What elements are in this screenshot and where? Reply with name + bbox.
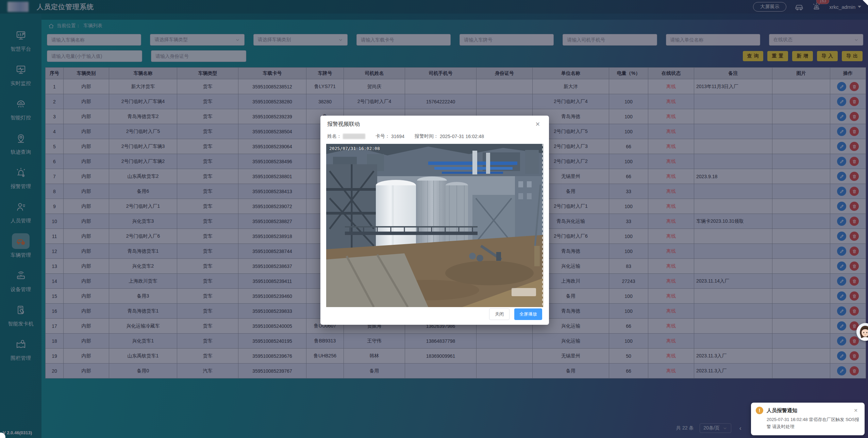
card-value: 31694 <box>391 134 404 139</box>
redacted-name <box>343 134 365 139</box>
name-label: 姓名： <box>327 133 341 139</box>
close-icon[interactable]: ✕ <box>852 407 860 414</box>
modal-info-row: 姓名： 卡号： 31694 报警时间： 2025-07-31 16:02:48 <box>320 133 549 139</box>
toast-title: 人员报警通知 <box>767 407 848 414</box>
alarm-card-number: 卡号： 31694 <box>375 133 404 139</box>
corner-decoration <box>863 0 868 5</box>
modal-header: 报警视频联动 ✕ <box>320 116 549 131</box>
modal-title: 报警视频联动 <box>327 121 360 128</box>
alarm-time: 报警时间： 2025-07-31 16:02:48 <box>415 133 484 139</box>
video-timestamp: 2025/07/31 16:02:08 <box>329 146 380 151</box>
alarm-person-name: 姓名： <box>327 133 365 139</box>
modal-footer: 关闭 全屏播放 <box>489 308 542 320</box>
time-label: 报警时间： <box>415 133 438 139</box>
cctv-still-image <box>326 144 543 307</box>
warning-icon: ! <box>756 407 763 414</box>
card-label: 卡号： <box>375 133 390 139</box>
cctv-video-frame[interactable]: 2025/07/31 16:02:08 <box>326 144 543 307</box>
modal-close-button[interactable]: 关闭 <box>489 308 510 320</box>
toast-header: ! 人员报警通知 ✕ <box>756 407 860 414</box>
fullscreen-play-button[interactable]: 全屏播放 <box>514 308 542 320</box>
toast-message: 2025-07-31 16:02:48 雷佰存在厂区触发 SOS报警 请及时处理 <box>767 416 860 431</box>
time-value: 2025-07-31 16:02:48 <box>440 134 484 139</box>
alarm-notification-toast: ! 人员报警通知 ✕ 2025-07-31 16:02:48 雷佰存在厂区触发 … <box>751 403 865 435</box>
alarm-video-modal: 报警视频联动 ✕ 姓名： 卡号： 31694 报警时间： 2025-07-31 … <box>320 116 549 325</box>
close-icon[interactable]: ✕ <box>533 121 542 128</box>
